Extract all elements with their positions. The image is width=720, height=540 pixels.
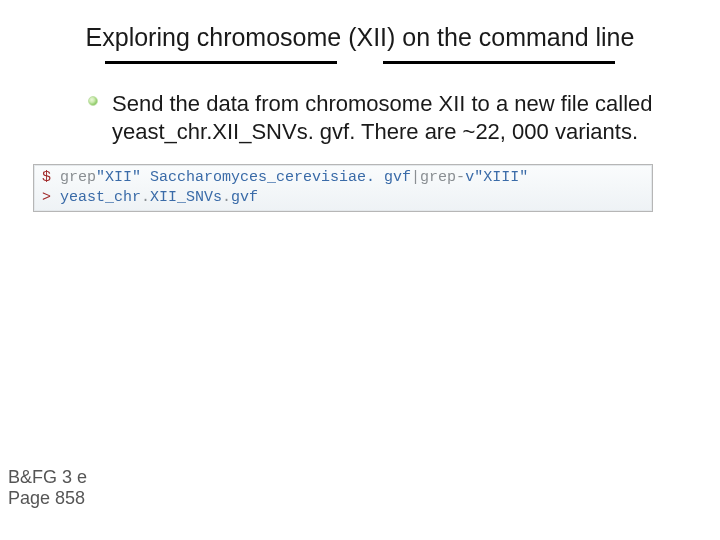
prompt-dollar: $: [42, 168, 60, 188]
cmd-out-dot2: .: [222, 188, 231, 208]
slide-title: Exploring chromosome (XII) on the comman…: [86, 22, 635, 53]
prompt-redirect: >: [42, 188, 60, 208]
terminal-line-2: > yeast_chr . XII_SNVs . gvf: [42, 188, 644, 208]
body-text: Send the data from chromosome XII to a n…: [112, 90, 660, 145]
cmd-grep-1: grep: [60, 168, 96, 188]
cmd-flag-v: v: [465, 168, 474, 188]
bullet-icon: [88, 96, 98, 106]
terminal-line-1: $ grep "XII" Saccharomyces_cerevisiae. g…: [42, 168, 644, 188]
cmd-out-2: XII_SNVs: [150, 188, 222, 208]
footnote-line-1: B&FG 3 e: [8, 467, 87, 489]
cmd-dash: -: [456, 168, 465, 188]
cmd-out-dot1: .: [141, 188, 150, 208]
footnote-line-2: Page 858: [8, 488, 87, 510]
footnote: B&FG 3 e Page 858: [8, 467, 87, 510]
cmd-out-3: gvf: [231, 188, 258, 208]
title-rule: [105, 53, 615, 71]
rule-left: [105, 61, 337, 64]
body-block: Send the data from chromosome XII to a n…: [88, 90, 660, 145]
cmd-arg-1: "XII" Saccharomyces_cerevisiae. gvf: [96, 168, 411, 188]
terminal-block: $ grep "XII" Saccharomyces_cerevisiae. g…: [33, 164, 653, 212]
bullet-cell: [88, 90, 104, 145]
cmd-out-1: yeast_chr: [60, 188, 141, 208]
rule-right: [383, 61, 615, 64]
cmd-grep-2: grep: [420, 168, 456, 188]
cmd-arg-2: "XIII": [474, 168, 528, 188]
cmd-pipe: |: [411, 168, 420, 188]
slide-title-wrap: Exploring chromosome (XII) on the comman…: [60, 22, 660, 53]
